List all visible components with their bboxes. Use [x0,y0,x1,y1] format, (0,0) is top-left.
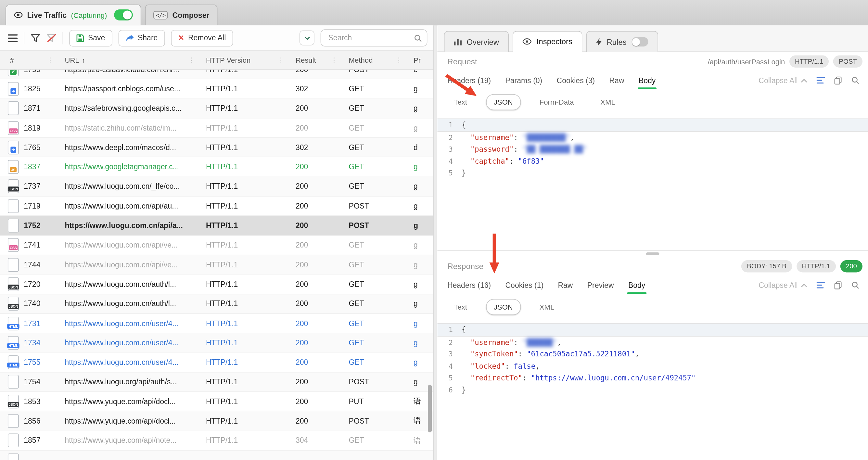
tab-overview[interactable]: Overview [444,31,509,52]
traffic-row[interactable] [0,451,433,460]
code-line: 6} [437,384,868,396]
cell-http-version: HTTP/1.1 [199,202,289,211]
traffic-row[interactable]: JS1837https://www.googletagmanager.c...H… [0,158,433,177]
request-tab-headers[interactable]: Headers (19) [447,76,491,85]
request-response-splitter[interactable] [437,250,868,257]
tab-live-traffic[interactable]: Live Traffic (Capturing) [5,4,141,25]
file-type-doc-icon [8,375,19,389]
cell-http-version: HTTP/1.1 [199,300,289,308]
search-icon[interactable] [851,281,859,289]
sort-asc-icon: ↑ [82,56,85,64]
traffic-row[interactable]: ➜1765https://www.deepl.com/macos/d...HTT… [0,138,433,158]
cell-url: https://www.yuque.com/api/docl... [58,397,199,406]
line-number: 6 [437,384,462,396]
traffic-row[interactable]: 1857https://www.yuque.com/api/note...HTT… [0,431,433,451]
capture-toggle[interactable] [114,9,133,21]
search-icon[interactable] [851,76,859,84]
traffic-row[interactable]: 1719https://www.luogu.com.cn/api/au...HT… [0,196,433,216]
traffic-row[interactable]: JSON1853https://www.yuque.com/api/docl..… [0,392,433,411]
traffic-row[interactable]: JSON1720https://www.luogu.com.cn/auth/l.… [0,275,433,294]
tab-rules[interactable]: Rules [586,31,658,52]
table-header: #⋮ URL↑⋮ HTTP Version⋮ Result⋮ Method⋮ P… [0,51,433,70]
column-menu-icon[interactable]: ⋮ [188,56,195,64]
cell-process: g [407,260,433,269]
cell-id: 1752 [0,219,58,233]
response-subtab-text[interactable]: Text [446,299,475,314]
cell-process: g [407,358,433,367]
search-input[interactable] [327,33,414,42]
search-options-dropdown[interactable] [300,31,314,45]
format-icon[interactable] [817,282,825,288]
copy-icon[interactable] [834,76,842,85]
remove-all-button[interactable]: ✕ Remove All [171,30,233,46]
request-method-badge: POST [833,55,863,67]
collapse-all-button[interactable]: Collapse All [758,281,807,289]
rules-toggle[interactable] [631,37,648,47]
traffic-row[interactable]: JSON1737https://www.luogu.com.cn/_lfe/co… [0,177,433,196]
table-scrollbar-thumb[interactable] [428,385,432,432]
save-button[interactable]: Save [69,30,113,46]
request-subtab-text[interactable]: Text [446,94,475,110]
share-button[interactable]: Share [118,30,165,46]
file-type-redirect-icon: ➜ [8,82,19,96]
column-menu-icon[interactable]: ⋮ [330,56,338,64]
traffic-row[interactable]: ➜1825https://passport.cnblogs.com/use...… [0,79,433,99]
col-header-num[interactable]: #⋮ [0,51,58,69]
format-icon[interactable] [817,77,825,84]
cell-method: GET [342,104,407,113]
response-subtab-xml[interactable]: XML [532,299,562,314]
panel-splitter[interactable] [433,25,437,460]
menu-icon[interactable] [8,34,18,42]
cell-id: ➜1825 [0,82,58,96]
traffic-row[interactable]: ✓1750https://p26-caldav.icloud.com.cn/..… [0,70,433,79]
traffic-row[interactable]: JSON1740https://www.luogu.com.cn/auth/l.… [0,294,433,314]
col-header-method[interactable]: Method⋮ [342,51,407,69]
response-subtab-json[interactable]: JSON [486,299,521,314]
request-subtab-json[interactable]: JSON [486,94,521,110]
traffic-row[interactable]: 1856https://www.yuque.com/api/docl...HTT… [0,411,433,431]
request-tab-cookies[interactable]: Cookies (3) [557,76,595,85]
traffic-row[interactable]: HTML1731https://www.luogu.com.cn/user/4.… [0,314,433,333]
response-tab-cookies[interactable]: Cookies (1) [505,281,544,289]
filter-icon[interactable] [31,33,41,42]
response-title: Response [447,262,484,271]
traffic-row[interactable]: HTML1734https://www.luogu.com.cn/user/4.… [0,333,433,353]
cell-id: JSON1720 [0,277,58,292]
response-tab-raw[interactable]: Raw [558,281,573,289]
traffic-row[interactable]: 1744https://www.luogu.com.cn/api/ve...HT… [0,255,433,275]
request-tab-body[interactable]: Body [639,76,655,85]
cell-method: POST [342,417,407,425]
traffic-row[interactable]: 1752https://www.luogu.com.cn/api/a...HTT… [0,216,433,236]
code-line: 5} [437,167,868,179]
request-subtab-form-data[interactable]: Form-Data [532,94,582,110]
traffic-row[interactable]: HTML1755https://www.luogu.com.cn/user/4.… [0,353,433,372]
cell-method: GET [342,182,407,191]
column-menu-icon[interactable]: ⋮ [395,56,402,64]
tab-inspectors[interactable]: Inspectors [513,31,583,52]
filter-disabled-icon[interactable] [46,33,57,42]
collapse-all-button[interactable]: Collapse All [758,76,807,85]
request-tab-raw[interactable]: Raw [609,76,624,85]
cell-method: GET [342,260,407,269]
traffic-row[interactable]: CSS1741https://www.luogu.com.cn/api/ve..… [0,236,433,255]
traffic-row[interactable]: CSS1819https://static.zhihu.com/static/i… [0,118,433,138]
cell-url: https://safebrowsing.googleapis.c... [58,104,199,113]
column-menu-icon[interactable]: ⋮ [46,56,54,64]
col-header-result[interactable]: Result⋮ [289,51,342,69]
col-header-process[interactable]: Pr [407,51,433,69]
copy-icon[interactable] [834,281,842,289]
response-tab-headers[interactable]: Headers (16) [447,281,491,289]
tab-composer[interactable]: </> Composer [145,4,218,25]
request-body-format-tabs: Text JSON Form-Data XML [437,90,868,114]
response-tab-preview[interactable]: Preview [587,281,614,289]
column-menu-icon[interactable]: ⋮ [277,56,285,64]
request-subtab-xml[interactable]: XML [592,94,623,110]
cell-method: GET [342,280,407,288]
response-tab-body[interactable]: Body [628,281,645,289]
traffic-row[interactable]: 1871https://safebrowsing.googleapis.c...… [0,99,433,118]
traffic-row[interactable]: 1754https://www.luogu.org/api/auth/s...H… [0,372,433,392]
cell-method: GET [342,300,407,308]
col-header-url[interactable]: URL↑⋮ [58,51,199,69]
col-header-http-version[interactable]: HTTP Version⋮ [199,51,289,69]
request-tab-params[interactable]: Params (0) [505,76,542,85]
